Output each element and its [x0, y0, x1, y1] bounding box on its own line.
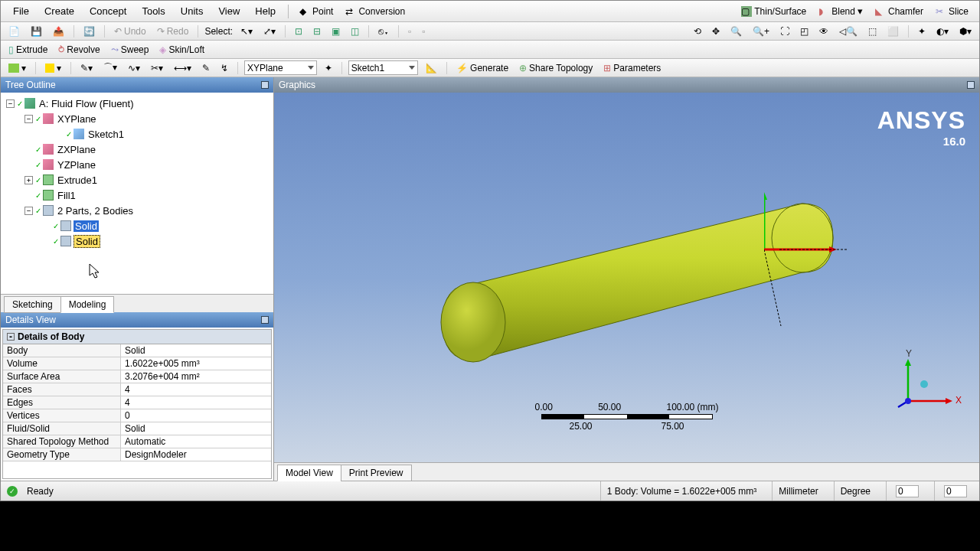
generate-button[interactable]: ⚡Generate	[453, 62, 511, 74]
display-button[interactable]: ⬜	[884, 25, 902, 37]
triad-mini[interactable]: Y X	[897, 347, 965, 416]
project-icon	[24, 98, 35, 109]
extend-button[interactable]: ⎋▾	[375, 25, 392, 37]
tab-print-preview[interactable]: Print Preview	[341, 465, 412, 481]
curve-tool[interactable]: ∿▾	[125, 62, 143, 74]
menu-tools[interactable]: Tools	[136, 3, 171, 19]
pan-button[interactable]: ✥	[709, 25, 723, 37]
tree-zxplane[interactable]: ✓ZXPlane	[1, 142, 273, 157]
blend-button[interactable]: ◗Blend ▾	[814, 4, 867, 18]
menu-units[interactable]: Units	[175, 3, 210, 19]
tree-sketch1[interactable]: ✓Sketch1	[1, 126, 273, 142]
svg-text:Y: Y	[906, 348, 912, 359]
iso-button[interactable]: ⬚	[865, 25, 880, 37]
details-row[interactable]: Volume1.6022e+005 mm³	[3, 357, 271, 370]
look-at-button[interactable]: 👁	[816, 25, 831, 37]
scale-bar: 0.0050.00100.00 (mm) 25.0075.00	[535, 402, 719, 432]
zoom-box-button[interactable]: ◰	[797, 25, 812, 37]
sweep-button[interactable]: ⤳Sweep	[108, 44, 152, 56]
details-row[interactable]: Fluid/SolidSolid	[3, 422, 271, 435]
undo-button[interactable]: ↶Undo	[111, 25, 149, 37]
zoom-button[interactable]: 🔍	[727, 25, 745, 37]
brand-logo: ANSYS 16.0	[877, 106, 965, 148]
pen-tool[interactable]: ✎	[199, 62, 213, 74]
parameters-button[interactable]: ⊞Parameters	[600, 62, 664, 74]
details-row[interactable]: Geometry TypeDesignModeler	[3, 448, 271, 461]
skin-button[interactable]: ◈Skin/Loft	[156, 44, 207, 56]
menu-create[interactable]: Create	[38, 3, 80, 19]
details-row[interactable]: BodySolid	[3, 344, 271, 357]
tab-sketching[interactable]: Sketching	[4, 296, 61, 313]
details-key: Edges	[3, 396, 121, 409]
details-row[interactable]: Surface Area3.2076e+004 mm²	[3, 370, 271, 383]
color-swatch[interactable]: ▾	[42, 62, 64, 74]
new-sketch-button[interactable]: 📐	[423, 62, 440, 74]
line-tool[interactable]: ✎▾	[77, 62, 96, 74]
trim-tool[interactable]: ✂▾	[148, 62, 166, 74]
tab-model-view[interactable]: Model View	[277, 465, 341, 481]
menu-view[interactable]: View	[212, 3, 246, 19]
tree-extrude1[interactable]: +✓Extrude1	[1, 172, 273, 187]
new-button[interactable]: 📄	[5, 25, 23, 37]
tree-outline[interactable]: −✓A: Fluid Flow (Fluent) −✓XYPlane ✓Sket…	[1, 93, 273, 294]
slice-button[interactable]: ✂Slice	[931, 5, 973, 18]
extrude-button[interactable]: ▯Extrude	[5, 44, 51, 56]
tree-parts[interactable]: −✓2 Parts, 2 Bodies	[1, 203, 273, 218]
svg-marker-3	[764, 192, 767, 200]
status-ok-icon: ✓	[7, 486, 18, 497]
graphics-viewport[interactable]: ANSYS 16.0	[274, 93, 979, 462]
details-row[interactable]: Shared Topology MethodAutomatic	[3, 435, 271, 448]
select-cursor[interactable]: ↖▾	[237, 25, 256, 37]
plane-button[interactable]: ✦	[915, 25, 929, 37]
rotate-button[interactable]: ⟲	[691, 25, 704, 37]
menu-file[interactable]: File	[7, 3, 35, 19]
tree-yzplane[interactable]: ✓YZPlane	[1, 157, 273, 172]
sel-edge[interactable]: ⊟	[310, 25, 324, 37]
save-button[interactable]: 💾	[28, 25, 45, 37]
zoom-fit-button[interactable]: ⛶	[777, 25, 792, 37]
arc-tool[interactable]: ⌒▾	[100, 60, 120, 75]
point-button[interactable]: ◆Point	[295, 5, 338, 18]
svg-line-7	[764, 249, 781, 326]
share-topology-button[interactable]: ⊕Share Topology	[516, 62, 596, 74]
sel-point[interactable]: ⊡	[292, 25, 305, 37]
details-row[interactable]: Vertices0	[3, 409, 271, 422]
thin-button[interactable]: ▢Thin/Surface	[737, 5, 811, 18]
bolt-tool[interactable]: ↯	[217, 62, 231, 74]
plane-select[interactable]: XYPlane	[244, 60, 317, 75]
tree-xyplane[interactable]: −✓XYPlane	[1, 111, 273, 126]
tab-modeling[interactable]: Modeling	[60, 296, 115, 313]
redo-button[interactable]: ↷Redo	[154, 25, 192, 37]
refresh-button[interactable]: 🔄	[80, 25, 98, 37]
tree-root[interactable]: −✓A: Fluid Flow (Fluent)	[1, 96, 273, 111]
tree-solid1[interactable]: ✓Solid	[1, 218, 273, 233]
pin-icon[interactable]	[261, 81, 269, 89]
conversion-button[interactable]: ⇄Conversion	[341, 5, 410, 18]
plane-color[interactable]: ▾	[5, 62, 29, 74]
details-row[interactable]: Edges4	[3, 396, 271, 409]
new-sketch-icon: 📐	[426, 63, 437, 73]
tree-fill1[interactable]: ✓Fill1	[1, 187, 273, 203]
shade-button[interactable]: ◐▾	[933, 25, 952, 37]
pin-icon[interactable]	[261, 316, 269, 324]
tree-solid2[interactable]: ✓Solid	[1, 233, 273, 249]
prev-view-button[interactable]: ◁🔍	[836, 25, 861, 37]
chamfer-button[interactable]: ◣Chamfer	[871, 5, 928, 18]
menu-concept[interactable]: Concept	[83, 3, 132, 19]
zoom-in-button[interactable]: 🔍+	[750, 25, 773, 37]
revolve-button[interactable]: ⥁Revolve	[55, 44, 103, 56]
pin-icon[interactable]	[967, 81, 975, 89]
dim-tool[interactable]: ⟷▾	[171, 62, 194, 74]
export-button[interactable]: 📤	[50, 25, 67, 37]
sel-face[interactable]: ▣	[328, 25, 343, 37]
wire-button[interactable]: ⬢▾	[956, 25, 975, 37]
skin-icon: ◈	[159, 44, 166, 55]
select-filter[interactable]: ⤢▾	[260, 25, 279, 37]
details-row[interactable]: Faces4	[3, 383, 271, 396]
menu-help[interactable]: Help	[249, 3, 282, 19]
status-val2: 0	[934, 481, 973, 500]
refresh-icon: 🔄	[83, 26, 95, 37]
sketch-select[interactable]: Sketch1	[348, 60, 418, 75]
new-plane-button[interactable]: ✦	[322, 62, 335, 74]
sel-body[interactable]: ◫	[348, 25, 362, 37]
